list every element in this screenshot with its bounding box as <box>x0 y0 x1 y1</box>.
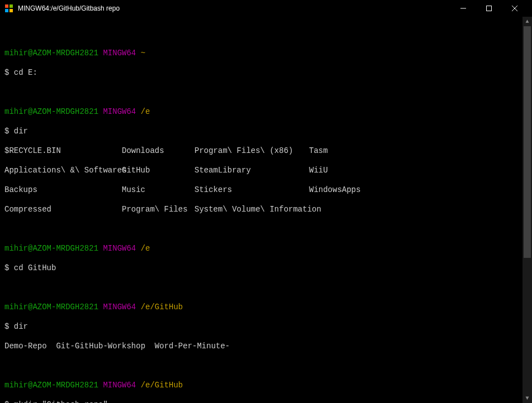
command: cd E: <box>14 68 37 77</box>
prompt-path: ~ <box>141 49 145 57</box>
prompt-shell: MINGW64 <box>103 49 136 57</box>
app-icon <box>4 4 13 13</box>
window-controls <box>450 0 528 17</box>
window-title: MINGW64:/e/GitHub/Gitbash repo <box>18 4 450 12</box>
dir-output: $RECYCLE.BINDownloadsProgram\ Files\ (x8… <box>4 146 528 156</box>
svg-rect-1 <box>10 4 13 8</box>
svg-rect-3 <box>10 9 13 12</box>
scroll-up-arrow[interactable]: ▲ <box>522 17 532 26</box>
svg-rect-4 <box>487 6 492 11</box>
vertical-scrollbar[interactable]: ▲ ▼ <box>522 17 532 403</box>
prompt-user: mihir@AZOM-MRDGH2821 <box>4 49 98 57</box>
scrollbar-thumb[interactable] <box>524 26 531 258</box>
svg-rect-0 <box>5 4 8 8</box>
minimize-button[interactable] <box>450 0 476 17</box>
maximize-button[interactable] <box>476 0 502 17</box>
close-button[interactable] <box>502 0 528 17</box>
dir-output: Demo-Repo Git-GitHub-Workshop Word-Per-M… <box>4 342 528 352</box>
titlebar: MINGW64:/e/GitHub/Gitbash repo <box>0 0 532 17</box>
svg-rect-2 <box>5 9 8 12</box>
scroll-down-arrow[interactable]: ▼ <box>522 394 532 403</box>
terminal-area[interactable]: mihir@AZOM-MRDGH2821 MINGW64 ~ $ cd E: m… <box>0 17 532 403</box>
